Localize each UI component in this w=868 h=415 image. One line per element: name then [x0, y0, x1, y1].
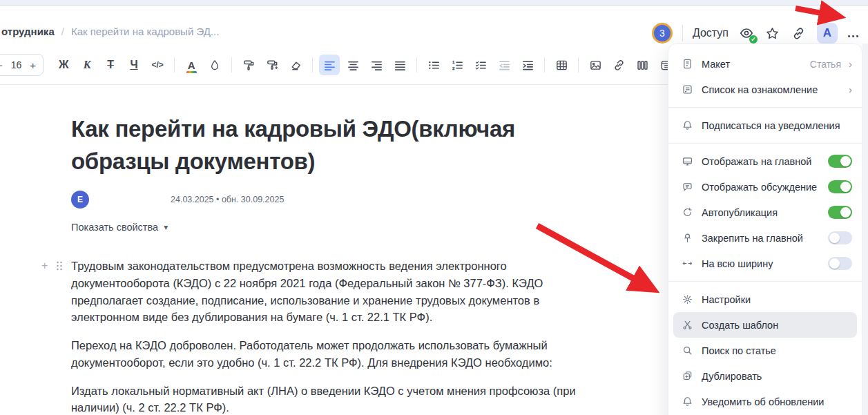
- image-button[interactable]: [585, 55, 606, 75]
- menu-item-autopublish[interactable]: Автопубликация: [668, 200, 862, 225]
- user-avatar[interactable]: A: [817, 23, 838, 44]
- menu-item-subscribe-notifications[interactable]: Подписаться на уведомления: [668, 113, 862, 138]
- access-button[interactable]: Доступ: [693, 27, 729, 39]
- article-options-menu: Макет Статья › Список на ознакомление ›: [668, 44, 862, 415]
- menu-item-show-discussion[interactable]: Отображать обсуждение: [668, 174, 862, 200]
- align-center-button[interactable]: [343, 55, 363, 75]
- format-paint-button[interactable]: [238, 55, 259, 75]
- chevron-right-icon: ›: [849, 58, 852, 70]
- monitor-icon: [680, 155, 694, 168]
- breadcrumb-page[interactable]: Как перейти на кадровый ЭД...: [71, 26, 219, 37]
- add-block-button[interactable]: +: [41, 260, 48, 272]
- watch-eye-icon[interactable]: ✓: [738, 25, 755, 41]
- menu-item-layout[interactable]: Макет Статья ›: [668, 51, 862, 77]
- menu-item-label: На всю ширину: [702, 258, 820, 269]
- menu-item-create-template[interactable]: Создать шаблон: [673, 312, 857, 338]
- menu-item-settings[interactable]: Настройки: [668, 287, 862, 312]
- check-list-button[interactable]: [470, 55, 491, 75]
- collaborators-badge[interactable]: 3: [652, 23, 673, 44]
- menu-item-duplicate[interactable]: Дублировать: [668, 363, 862, 389]
- font-size-decrease-button[interactable]: −: [0, 59, 3, 71]
- toggle-pin-on-main[interactable]: [828, 231, 852, 244]
- font-size-increase-button[interactable]: +: [30, 59, 36, 71]
- article-body[interactable]: Трудовым законодательством предусмотрена…: [71, 258, 592, 415]
- menu-item-search-in-article[interactable]: Поиск по статье: [668, 338, 862, 363]
- bell-icon: [680, 395, 694, 409]
- menu-item-label: Настройки: [702, 294, 852, 305]
- author-avatar[interactable]: E: [71, 191, 89, 209]
- header-actions: 3 Доступ ✓: [652, 21, 860, 46]
- toolbar-divider: [231, 57, 232, 73]
- browser-edge-strip: [0, 0, 868, 6]
- show-properties-button[interactable]: Показать свойства ▾: [71, 222, 168, 233]
- align-justify-button[interactable]: [389, 55, 410, 75]
- highlight-color-button[interactable]: [204, 55, 225, 75]
- menu-item-label: Макет: [702, 59, 802, 70]
- indent-button[interactable]: [517, 55, 538, 75]
- menu-item-label: Закрепить на главной: [702, 233, 820, 244]
- underline-button[interactable]: Ч: [124, 55, 144, 75]
- copy-link-icon[interactable]: [791, 25, 807, 41]
- align-left-button[interactable]: [319, 55, 340, 75]
- toolbar-divider: [312, 57, 313, 73]
- autopublish-icon: [680, 206, 694, 220]
- svg-text:2: 2: [452, 65, 455, 70]
- paragraph[interactable]: Переход на КЭДО доброволен. Работодатель…: [71, 337, 592, 371]
- menu-item-notify-update[interactable]: Уведомить об обновлении: [668, 389, 862, 414]
- paragraph[interactable]: Издать локальный нормативный акт (ЛНА) о…: [71, 383, 592, 415]
- toggle-show-on-main[interactable]: [828, 155, 852, 168]
- paragraph[interactable]: Трудовым законодательством предусмотрена…: [71, 258, 592, 326]
- drag-handle-icon[interactable]: [56, 261, 63, 271]
- bullet-list-button[interactable]: [423, 55, 444, 75]
- header-divider: [682, 25, 683, 41]
- menu-item-label: Автопубликация: [702, 207, 820, 218]
- menu-item-full-width[interactable]: На всю ширину: [668, 251, 862, 276]
- menu-item-label: Поиск по статье: [702, 345, 852, 356]
- favorite-star-icon[interactable]: [764, 25, 781, 41]
- menu-item-label: Уведомить об обновлении: [702, 396, 852, 407]
- document-icon: [680, 57, 694, 71]
- columns-button[interactable]: [632, 55, 653, 75]
- page-background-strip: [862, 44, 868, 415]
- outdent-button[interactable]: [494, 55, 514, 75]
- bold-button[interactable]: Ж: [53, 55, 74, 75]
- toolbar-divider: [416, 57, 417, 73]
- font-size-stepper[interactable]: − 16 +: [0, 54, 44, 76]
- menu-divider: [668, 281, 862, 282]
- toggle-full-width[interactable]: [828, 257, 852, 270]
- full-width-icon: [680, 257, 694, 271]
- menu-item-review-list[interactable]: Список на ознакомление ›: [668, 77, 862, 102]
- more-menu-button[interactable]: ...: [847, 26, 860, 41]
- bell-icon: [680, 119, 694, 133]
- color-bar: [186, 71, 197, 73]
- menu-item-pin-on-main[interactable]: Закрепить на главной: [668, 225, 862, 251]
- text-color-button[interactable]: А: [181, 55, 202, 75]
- numbered-list-button[interactable]: 1 2: [447, 55, 467, 75]
- toolbar-divider: [174, 57, 175, 73]
- table-button[interactable]: [551, 55, 572, 75]
- app-window: отрудника / Как перейти на кадровый ЭД..…: [0, 0, 868, 415]
- page-header: отрудника / Как перейти на кадровый ЭД..…: [0, 7, 868, 46]
- review-list-icon: [680, 83, 694, 97]
- link-button[interactable]: [608, 55, 629, 75]
- menu-item-label: Дублировать: [702, 371, 852, 382]
- toggle-show-discussion[interactable]: [828, 180, 852, 193]
- pin-icon: [680, 231, 694, 245]
- italic-button[interactable]: К: [77, 55, 97, 75]
- article-title[interactable]: Как перейти на кадровый ЭДО(включая обра…: [71, 113, 527, 178]
- chevron-down-icon: ▾: [164, 222, 168, 232]
- toolbar-divider: [578, 57, 579, 73]
- search-icon: [680, 344, 694, 358]
- template-scissors-icon: [680, 318, 694, 332]
- format-paint-add-button[interactable]: [262, 55, 282, 75]
- breadcrumb: отрудника / Как перейти на кадровый ЭД..…: [1, 26, 219, 37]
- clear-format-button[interactable]: [285, 55, 306, 75]
- align-right-button[interactable]: [366, 55, 387, 75]
- code-button[interactable]: </>: [147, 55, 168, 75]
- toolbar-divider: [544, 57, 545, 73]
- menu-item-show-on-main[interactable]: Отображать на главной: [668, 148, 862, 174]
- breadcrumb-section[interactable]: отрудника: [1, 26, 55, 37]
- toggle-autopublish[interactable]: [828, 206, 852, 219]
- menu-item-label: Создать шаблон: [702, 320, 852, 331]
- strikethrough-button[interactable]: Т: [100, 55, 121, 75]
